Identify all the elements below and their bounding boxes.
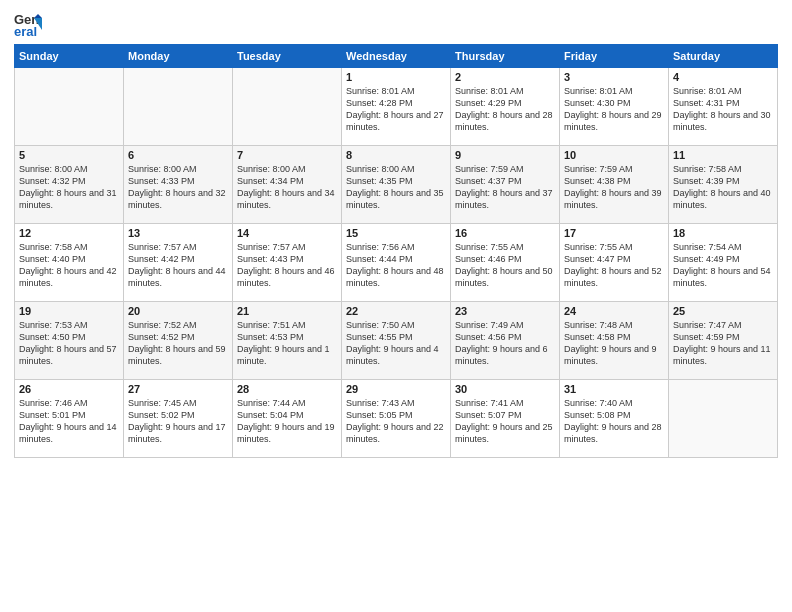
calendar-cell: 14Sunrise: 7:57 AM Sunset: 4:43 PM Dayli… xyxy=(233,224,342,302)
day-number: 3 xyxy=(564,71,664,83)
cell-info: Sunrise: 7:59 AM Sunset: 4:38 PM Dayligh… xyxy=(564,163,664,212)
calendar-week-row: 26Sunrise: 7:46 AM Sunset: 5:01 PM Dayli… xyxy=(15,380,778,458)
day-number: 2 xyxy=(455,71,555,83)
day-number: 1 xyxy=(346,71,446,83)
cell-info: Sunrise: 8:00 AM Sunset: 4:34 PM Dayligh… xyxy=(237,163,337,212)
day-number: 10 xyxy=(564,149,664,161)
cell-info: Sunrise: 7:40 AM Sunset: 5:08 PM Dayligh… xyxy=(564,397,664,446)
cell-info: Sunrise: 7:53 AM Sunset: 4:50 PM Dayligh… xyxy=(19,319,119,368)
day-number: 6 xyxy=(128,149,228,161)
cell-info: Sunrise: 7:49 AM Sunset: 4:56 PM Dayligh… xyxy=(455,319,555,368)
calendar-cell: 12Sunrise: 7:58 AM Sunset: 4:40 PM Dayli… xyxy=(15,224,124,302)
calendar-cell: 19Sunrise: 7:53 AM Sunset: 4:50 PM Dayli… xyxy=(15,302,124,380)
calendar-cell: 30Sunrise: 7:41 AM Sunset: 5:07 PM Dayli… xyxy=(451,380,560,458)
day-number: 31 xyxy=(564,383,664,395)
calendar-cell: 7Sunrise: 8:00 AM Sunset: 4:34 PM Daylig… xyxy=(233,146,342,224)
day-number: 13 xyxy=(128,227,228,239)
cell-info: Sunrise: 8:00 AM Sunset: 4:33 PM Dayligh… xyxy=(128,163,228,212)
calendar-cell: 5Sunrise: 8:00 AM Sunset: 4:32 PM Daylig… xyxy=(15,146,124,224)
cell-info: Sunrise: 7:54 AM Sunset: 4:49 PM Dayligh… xyxy=(673,241,773,290)
cell-info: Sunrise: 7:57 AM Sunset: 4:42 PM Dayligh… xyxy=(128,241,228,290)
calendar-cell: 15Sunrise: 7:56 AM Sunset: 4:44 PM Dayli… xyxy=(342,224,451,302)
cell-info: Sunrise: 8:01 AM Sunset: 4:30 PM Dayligh… xyxy=(564,85,664,134)
calendar-cell: 17Sunrise: 7:55 AM Sunset: 4:47 PM Dayli… xyxy=(560,224,669,302)
day-number: 26 xyxy=(19,383,119,395)
calendar-cell: 22Sunrise: 7:50 AM Sunset: 4:55 PM Dayli… xyxy=(342,302,451,380)
cell-info: Sunrise: 7:55 AM Sunset: 4:47 PM Dayligh… xyxy=(564,241,664,290)
day-header-friday: Friday xyxy=(560,45,669,68)
day-number: 8 xyxy=(346,149,446,161)
day-number: 24 xyxy=(564,305,664,317)
calendar-cell: 21Sunrise: 7:51 AM Sunset: 4:53 PM Dayli… xyxy=(233,302,342,380)
calendar-cell: 10Sunrise: 7:59 AM Sunset: 4:38 PM Dayli… xyxy=(560,146,669,224)
calendar-cell: 18Sunrise: 7:54 AM Sunset: 4:49 PM Dayli… xyxy=(669,224,778,302)
day-header-monday: Monday xyxy=(124,45,233,68)
cell-info: Sunrise: 7:44 AM Sunset: 5:04 PM Dayligh… xyxy=(237,397,337,446)
day-number: 16 xyxy=(455,227,555,239)
day-number: 15 xyxy=(346,227,446,239)
calendar-cell: 31Sunrise: 7:40 AM Sunset: 5:08 PM Dayli… xyxy=(560,380,669,458)
calendar-cell xyxy=(124,68,233,146)
calendar-cell: 1Sunrise: 8:01 AM Sunset: 4:28 PM Daylig… xyxy=(342,68,451,146)
cell-info: Sunrise: 7:47 AM Sunset: 4:59 PM Dayligh… xyxy=(673,319,773,368)
cell-info: Sunrise: 7:51 AM Sunset: 4:53 PM Dayligh… xyxy=(237,319,337,368)
cell-info: Sunrise: 7:45 AM Sunset: 5:02 PM Dayligh… xyxy=(128,397,228,446)
calendar-cell: 23Sunrise: 7:49 AM Sunset: 4:56 PM Dayli… xyxy=(451,302,560,380)
day-number: 7 xyxy=(237,149,337,161)
calendar-cell: 24Sunrise: 7:48 AM Sunset: 4:58 PM Dayli… xyxy=(560,302,669,380)
cell-info: Sunrise: 7:59 AM Sunset: 4:37 PM Dayligh… xyxy=(455,163,555,212)
day-header-thursday: Thursday xyxy=(451,45,560,68)
calendar-cell: 20Sunrise: 7:52 AM Sunset: 4:52 PM Dayli… xyxy=(124,302,233,380)
svg-text:eral: eral xyxy=(14,24,37,38)
calendar-cell xyxy=(669,380,778,458)
cell-info: Sunrise: 8:01 AM Sunset: 4:31 PM Dayligh… xyxy=(673,85,773,134)
day-header-tuesday: Tuesday xyxy=(233,45,342,68)
calendar-cell: 13Sunrise: 7:57 AM Sunset: 4:42 PM Dayli… xyxy=(124,224,233,302)
calendar-cell: 27Sunrise: 7:45 AM Sunset: 5:02 PM Dayli… xyxy=(124,380,233,458)
cell-info: Sunrise: 8:00 AM Sunset: 4:32 PM Dayligh… xyxy=(19,163,119,212)
day-number: 29 xyxy=(346,383,446,395)
day-number: 27 xyxy=(128,383,228,395)
cell-info: Sunrise: 7:52 AM Sunset: 4:52 PM Dayligh… xyxy=(128,319,228,368)
cell-info: Sunrise: 7:55 AM Sunset: 4:46 PM Dayligh… xyxy=(455,241,555,290)
calendar-cell: 9Sunrise: 7:59 AM Sunset: 4:37 PM Daylig… xyxy=(451,146,560,224)
calendar-week-row: 19Sunrise: 7:53 AM Sunset: 4:50 PM Dayli… xyxy=(15,302,778,380)
calendar-week-row: 5Sunrise: 8:00 AM Sunset: 4:32 PM Daylig… xyxy=(15,146,778,224)
day-number: 18 xyxy=(673,227,773,239)
day-number: 4 xyxy=(673,71,773,83)
calendar-header-row: SundayMondayTuesdayWednesdayThursdayFrid… xyxy=(15,45,778,68)
calendar-table: SundayMondayTuesdayWednesdayThursdayFrid… xyxy=(14,44,778,458)
calendar-week-row: 1Sunrise: 8:01 AM Sunset: 4:28 PM Daylig… xyxy=(15,68,778,146)
cell-info: Sunrise: 7:48 AM Sunset: 4:58 PM Dayligh… xyxy=(564,319,664,368)
logo: Gen eral xyxy=(14,10,44,38)
day-number: 20 xyxy=(128,305,228,317)
cell-info: Sunrise: 7:58 AM Sunset: 4:40 PM Dayligh… xyxy=(19,241,119,290)
calendar-cell: 29Sunrise: 7:43 AM Sunset: 5:05 PM Dayli… xyxy=(342,380,451,458)
calendar-cell: 2Sunrise: 8:01 AM Sunset: 4:29 PM Daylig… xyxy=(451,68,560,146)
calendar-cell: 6Sunrise: 8:00 AM Sunset: 4:33 PM Daylig… xyxy=(124,146,233,224)
day-number: 30 xyxy=(455,383,555,395)
day-number: 21 xyxy=(237,305,337,317)
day-number: 9 xyxy=(455,149,555,161)
cell-info: Sunrise: 8:01 AM Sunset: 4:29 PM Dayligh… xyxy=(455,85,555,134)
day-header-saturday: Saturday xyxy=(669,45,778,68)
day-number: 23 xyxy=(455,305,555,317)
day-number: 12 xyxy=(19,227,119,239)
calendar-cell: 26Sunrise: 7:46 AM Sunset: 5:01 PM Dayli… xyxy=(15,380,124,458)
calendar-cell xyxy=(233,68,342,146)
calendar-week-row: 12Sunrise: 7:58 AM Sunset: 4:40 PM Dayli… xyxy=(15,224,778,302)
calendar-cell: 16Sunrise: 7:55 AM Sunset: 4:46 PM Dayli… xyxy=(451,224,560,302)
day-number: 19 xyxy=(19,305,119,317)
day-number: 11 xyxy=(673,149,773,161)
cell-info: Sunrise: 7:58 AM Sunset: 4:39 PM Dayligh… xyxy=(673,163,773,212)
cell-info: Sunrise: 7:57 AM Sunset: 4:43 PM Dayligh… xyxy=(237,241,337,290)
cell-info: Sunrise: 7:41 AM Sunset: 5:07 PM Dayligh… xyxy=(455,397,555,446)
calendar-cell xyxy=(15,68,124,146)
calendar-cell: 25Sunrise: 7:47 AM Sunset: 4:59 PM Dayli… xyxy=(669,302,778,380)
calendar-cell: 28Sunrise: 7:44 AM Sunset: 5:04 PM Dayli… xyxy=(233,380,342,458)
day-number: 22 xyxy=(346,305,446,317)
day-number: 17 xyxy=(564,227,664,239)
day-number: 5 xyxy=(19,149,119,161)
logo-icon: Gen eral xyxy=(14,10,42,38)
cell-info: Sunrise: 7:43 AM Sunset: 5:05 PM Dayligh… xyxy=(346,397,446,446)
